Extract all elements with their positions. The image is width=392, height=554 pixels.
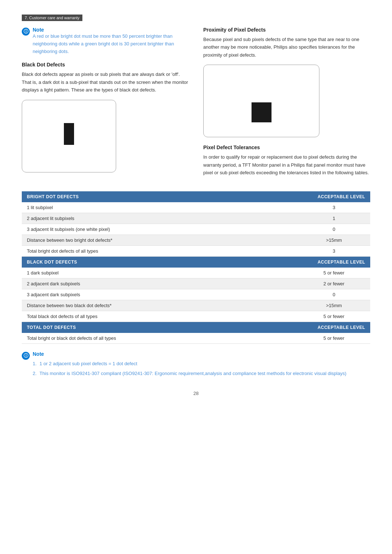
level-cell: 0 xyxy=(298,224,370,235)
table-row: 1 dark subpixel5 or fewer xyxy=(22,268,370,278)
note-block-bottom: ⓘ Note 1.1 or 2 adjacent sub pixel defec… xyxy=(22,351,370,380)
level-cell: 5 or fewer xyxy=(298,333,370,344)
table-row: 2 adjacent lit subpixels1 xyxy=(22,213,370,224)
table-row: 1 lit subpixel3 xyxy=(22,202,370,213)
bright-dot-header: BRIGHT DOT DEFECTS xyxy=(22,191,298,202)
acceptable-header-2: ACCEPTABLE LEVEL xyxy=(298,256,370,268)
level-cell: 5 or fewer xyxy=(298,311,370,322)
note-icon: ⓘ xyxy=(22,28,30,36)
defect-cell: Distance between two bright dot defects* xyxy=(22,235,298,245)
defect-cell: Total bright or black dot defects of all… xyxy=(22,333,298,344)
pixel-defect-text: In order to qualify for repair or replac… xyxy=(203,153,370,176)
level-cell: 5 or fewer xyxy=(298,268,370,278)
right-diagram-rect xyxy=(252,102,271,122)
defect-table: BRIGHT DOT DEFECTS ACCEPTABLE LEVEL 1 li… xyxy=(22,191,370,344)
level-cell: >15mm xyxy=(298,235,370,245)
black-dot-text: Black dot defects appear as pixels or su… xyxy=(22,70,189,94)
level-cell: 3 xyxy=(298,202,370,213)
defect-cell: 1 dark subpixel xyxy=(22,268,298,278)
acceptable-header-3: ACCEPTABLE LEVEL xyxy=(298,322,370,333)
table-row: Distance between two bright dot defects*… xyxy=(22,235,370,245)
table-row: Total bright or black dot defects of all… xyxy=(22,333,370,344)
defect-cell: Distance between two black dot defects* xyxy=(22,300,298,311)
defect-cell: 1 lit subpixel xyxy=(22,202,298,213)
total-dot-header: TOTAL DOT DEFECTS xyxy=(22,322,298,333)
table-row: 2 adjacent dark subpixels2 or fewer xyxy=(22,278,370,289)
page-number: 28 xyxy=(22,391,370,396)
table-row: 3 adjacent lit subpixels (one white pixe… xyxy=(22,224,370,235)
right-column: Proximity of Pixel Defects Because pixel… xyxy=(203,27,370,183)
level-cell: >15mm xyxy=(298,300,370,311)
note-list-item: 1.1 or 2 adjacent sub pixel defects = 1 … xyxy=(33,360,346,367)
level-cell: 1 xyxy=(298,213,370,224)
black-dot-header: BLACK DOT DEFECTS xyxy=(22,256,298,268)
note-list: 1.1 or 2 adjacent sub pixel defects = 1 … xyxy=(33,360,346,378)
note-title-bottom: Note xyxy=(33,351,346,357)
defect-cell: 3 adjacent dark subpixels xyxy=(22,289,298,300)
acceptable-header-1: ACCEPTABLE LEVEL xyxy=(298,191,370,202)
black-dot-title: Black Dot Defects xyxy=(22,62,189,68)
defect-cell: Total black dot defects of all types xyxy=(22,311,298,322)
note-title-left: Note xyxy=(33,27,189,33)
note-icon-bottom: ⓘ xyxy=(22,352,30,360)
defect-cell: 2 adjacent dark subpixels xyxy=(22,278,298,289)
left-diagram-rect xyxy=(64,123,74,145)
defect-cell: 2 adjacent lit subpixels xyxy=(22,213,298,224)
defect-cell: Total bright dot defects of all types xyxy=(22,245,298,256)
note-text-left: A red or blue bright dot must be more th… xyxy=(33,33,189,55)
level-cell: 2 or fewer xyxy=(298,278,370,289)
note-list-item: 2.This monitor is ISO9241-307 compliant … xyxy=(33,370,346,377)
pixel-defect-title: Pixel Defect Tolerances xyxy=(203,144,370,150)
proximity-text: Because pixel and sub pixels defects of … xyxy=(203,36,370,59)
right-diagram xyxy=(203,65,319,137)
note-block-top: ⓘ Note A red or blue bright dot must be … xyxy=(22,27,189,55)
section-header: 7. Customer care and warranty xyxy=(22,15,82,21)
left-column: ⓘ Note A red or blue bright dot must be … xyxy=(22,27,189,183)
table-row: Total bright dot defects of all types3 xyxy=(22,245,370,256)
table-row: Total black dot defects of all types5 or… xyxy=(22,311,370,322)
table-row: 3 adjacent dark subpixels0 xyxy=(22,289,370,300)
level-cell: 3 xyxy=(298,245,370,256)
proximity-title: Proximity of Pixel Defects xyxy=(203,27,370,33)
left-diagram xyxy=(22,100,116,172)
defect-cell: 3 adjacent lit subpixels (one white pixe… xyxy=(22,224,298,235)
table-row: Distance between two black dot defects*>… xyxy=(22,300,370,311)
level-cell: 0 xyxy=(298,289,370,300)
